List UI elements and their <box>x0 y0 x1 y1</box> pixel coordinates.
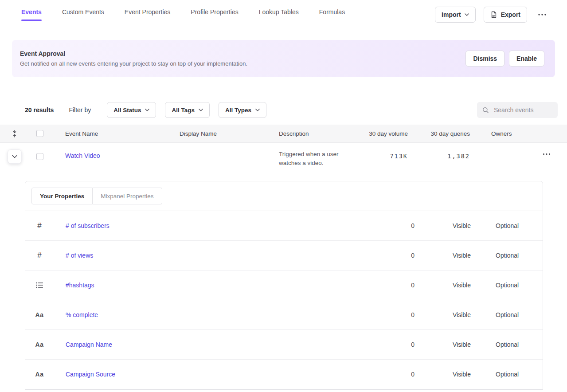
property-query-count: 0 <box>383 371 437 378</box>
event-description: Triggered when a user watches a video. <box>271 150 356 168</box>
number-type-icon: # <box>37 221 41 230</box>
tab-profile-properties[interactable]: Profile Properties <box>191 8 238 21</box>
header-description: Description <box>271 130 356 137</box>
active-tab-underline <box>21 20 42 21</box>
banner-actions: Dismiss Enable <box>465 51 544 67</box>
import-button-label: Import <box>442 11 461 18</box>
property-visibility: Visible <box>437 282 481 289</box>
header-display-name: Display Name <box>172 130 271 137</box>
tab-event-properties[interactable]: Event Properties <box>125 8 171 21</box>
property-visibility: Visible <box>437 252 481 259</box>
property-name-link[interactable]: # of subscribers <box>54 222 109 229</box>
event-approval-banner: Event Approval Get notified on all new e… <box>12 40 555 77</box>
property-status: Optional <box>481 311 543 318</box>
chevron-down-icon <box>255 109 260 111</box>
property-query-count: 0 <box>383 222 437 229</box>
property-row: Aa Campaign Source 0 Visible Optional <box>25 360 543 389</box>
banner-text: Event Approval Get notified on all new e… <box>20 50 247 67</box>
enable-button[interactable]: Enable <box>509 51 544 67</box>
text-type-icon: Aa <box>35 371 44 378</box>
top-nav: Events Custom Events Event Properties Pr… <box>0 0 567 29</box>
filter-bar: 20 results Filter by All Status All Tags… <box>25 102 558 118</box>
header-30-day-queries: 30 day queries <box>412 130 474 137</box>
property-row: #hashtags 0 Visible Optional <box>25 270 543 300</box>
chevron-down-icon <box>199 109 203 111</box>
filter-by-label: Filter by <box>69 106 91 114</box>
property-name-link[interactable]: #hashtags <box>54 282 94 289</box>
property-visibility: Visible <box>437 341 481 348</box>
tags-filter-label: All Tags <box>172 107 195 114</box>
tab-formulas[interactable]: Formulas <box>319 8 345 21</box>
property-visibility: Visible <box>437 311 481 318</box>
tab-events-label: Events <box>21 8 42 16</box>
event-properties-panel: Your Properties Mixpanel Properties # # … <box>25 181 543 390</box>
banner-title: Event Approval <box>20 50 247 57</box>
property-row: Aa % complete 0 Visible Optional <box>25 300 543 330</box>
tab-mixpanel-properties[interactable]: Mixpanel Properties <box>93 188 162 204</box>
property-row: # # of subscribers 0 Visible Optional <box>25 211 543 241</box>
properties-tabs: Your Properties Mixpanel Properties <box>25 181 543 204</box>
search-icon <box>482 107 489 114</box>
tab-your-properties[interactable]: Your Properties <box>31 188 93 204</box>
header-30-day-volume: 30 day volume <box>356 130 412 137</box>
types-filter-dropdown[interactable]: All Types <box>219 102 266 118</box>
row-checkbox[interactable] <box>36 153 43 160</box>
search-input[interactable] <box>493 106 552 114</box>
property-status: Optional <box>481 282 543 289</box>
property-visibility: Visible <box>437 222 481 229</box>
import-button[interactable]: Import <box>435 7 476 23</box>
tab-custom-events[interactable]: Custom Events <box>62 8 104 21</box>
types-filter-label: All Types <box>225 107 251 114</box>
property-query-count: 0 <box>383 252 437 259</box>
property-query-count: 0 <box>383 311 437 318</box>
nav-tabs: Events Custom Events Event Properties Pr… <box>21 8 345 21</box>
more-options-button[interactable] <box>535 12 549 18</box>
property-query-count: 0 <box>383 341 437 348</box>
property-status: Optional <box>481 222 543 229</box>
property-query-count: 0 <box>383 282 437 289</box>
collapse-all-icon <box>12 130 18 137</box>
tab-lookup-tables[interactable]: Lookup Tables <box>259 8 299 21</box>
property-name-link[interactable]: Campaign Source <box>54 371 115 378</box>
header-event-name: Event Name <box>58 130 172 137</box>
property-name-link[interactable]: Campaign Name <box>54 341 112 348</box>
ellipsis-icon <box>543 153 551 155</box>
tags-filter-dropdown[interactable]: All Tags <box>165 102 210 118</box>
event-30-day-volume: 713K <box>356 153 412 160</box>
tab-custom-events-label: Custom Events <box>62 8 104 16</box>
chevron-down-icon <box>465 13 469 16</box>
events-table-header: Event Name Display Name Description 30 d… <box>0 125 567 143</box>
collapse-all-button[interactable] <box>9 128 20 139</box>
tab-events[interactable]: Events <box>21 8 42 21</box>
tab-lookup-tables-label: Lookup Tables <box>259 8 299 16</box>
dismiss-button[interactable]: Dismiss <box>465 51 504 67</box>
property-name-link[interactable]: % complete <box>54 311 98 318</box>
event-name-link[interactable]: Watch Video <box>65 152 100 159</box>
chevron-down-icon <box>12 155 17 158</box>
banner-description: Get notified on all new events entering … <box>20 60 247 67</box>
status-filter-label: All Status <box>113 107 141 114</box>
header-owners: Owners <box>474 130 532 137</box>
tab-profile-properties-label: Profile Properties <box>191 8 238 16</box>
top-nav-actions: Import Export <box>435 7 549 23</box>
property-row: Aa Campaign Name 0 Visible Optional <box>25 330 543 360</box>
row-more-options-button[interactable] <box>540 151 553 157</box>
chevron-down-icon <box>145 109 149 111</box>
number-type-icon: # <box>37 251 41 260</box>
property-status: Optional <box>481 371 543 378</box>
tab-formulas-label: Formulas <box>319 8 345 16</box>
table-row: Watch Video Triggered when a user watche… <box>0 143 567 181</box>
export-csv-icon <box>490 11 497 18</box>
list-type-icon <box>36 282 43 288</box>
property-name-link[interactable]: # of views <box>54 252 93 259</box>
property-visibility: Visible <box>437 371 481 378</box>
select-all-checkbox[interactable] <box>36 130 43 137</box>
property-status: Optional <box>481 252 543 259</box>
status-filter-dropdown[interactable]: All Status <box>107 102 156 118</box>
property-row: # # of views 0 Visible Optional <box>25 241 543 270</box>
collapse-row-button[interactable] <box>8 149 22 164</box>
export-button[interactable]: Export <box>484 7 527 23</box>
search-box <box>477 102 558 118</box>
export-button-label: Export <box>501 11 520 18</box>
results-count: 20 results <box>25 106 54 114</box>
